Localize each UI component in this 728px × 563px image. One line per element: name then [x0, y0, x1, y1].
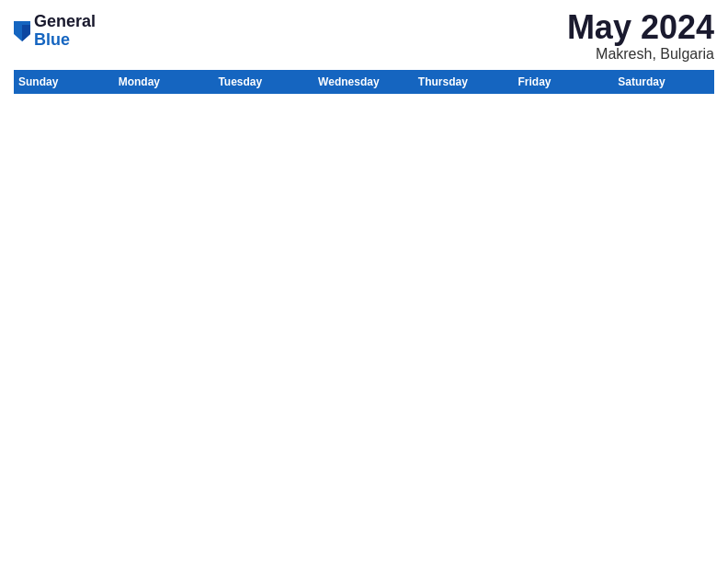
header: General Blue May 2024 Makresh, Bulgaria	[14, 9, 714, 63]
svg-marker-1	[22, 25, 30, 41]
logo-text: General Blue	[34, 13, 96, 50]
calendar-header-row: Sunday Monday Tuesday Wednesday Thursday…	[15, 70, 714, 93]
col-thursday: Thursday	[414, 70, 514, 93]
logo: General Blue	[14, 13, 96, 50]
col-tuesday: Tuesday	[214, 70, 314, 93]
logo-icon	[14, 21, 30, 41]
title-block: May 2024 Makresh, Bulgaria	[567, 9, 714, 63]
title-location: Makresh, Bulgaria	[567, 46, 714, 63]
col-friday: Friday	[514, 70, 614, 93]
logo-general: General	[34, 13, 96, 31]
page: General Blue May 2024 Makresh, Bulgaria …	[0, 0, 728, 563]
calendar-table: Sunday Monday Tuesday Wednesday Thursday…	[14, 70, 714, 554]
title-month: May 2024	[567, 9, 714, 46]
col-monday: Monday	[114, 70, 214, 93]
logo-blue: Blue	[34, 31, 96, 50]
col-saturday: Saturday	[614, 70, 714, 93]
col-sunday: Sunday	[15, 70, 115, 93]
col-wednesday: Wednesday	[314, 70, 415, 93]
